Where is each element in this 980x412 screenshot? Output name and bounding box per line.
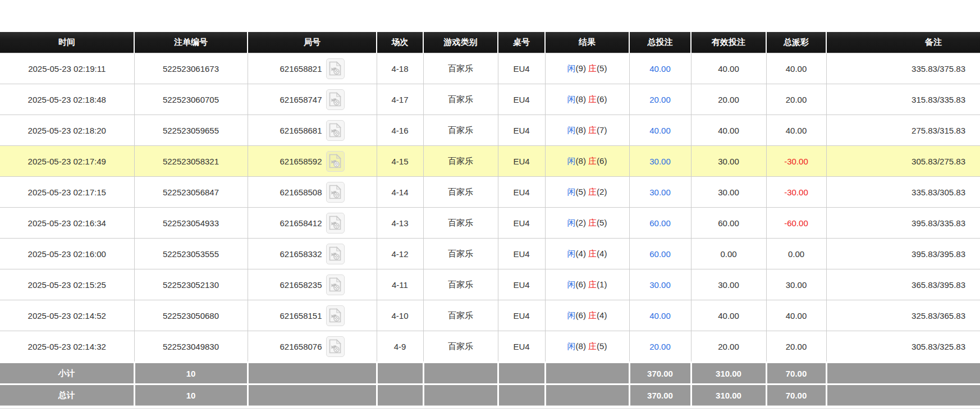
time-cell: 2025-05-23 02:16:34 (0, 208, 134, 239)
time-cell: 2025-05-23 02:14:52 (0, 300, 134, 331)
round-no-cell: 621658592 (248, 146, 377, 177)
remark-cell: 365.83/395.83 (826, 269, 980, 300)
subtotal-empty-table (498, 363, 545, 384)
game-type-cell: 百家乐 (423, 177, 498, 208)
payout-cell: 20.00 (766, 331, 826, 363)
banker-label: 庄 (588, 156, 597, 166)
player-label: 闲 (567, 125, 576, 135)
total-bet-cell[interactable]: 40.00 (629, 300, 691, 331)
banker-label: 庄 (588, 94, 597, 104)
grand-total-empty-round (248, 384, 377, 406)
bet-no-cell: 522523050680 (134, 300, 248, 331)
table-no-cell: EU4 (498, 269, 545, 300)
video-button[interactable] (326, 305, 345, 326)
video-button[interactable] (326, 120, 345, 141)
result-cell: 闲(6) 庄(1) (545, 269, 629, 300)
grand-total-empty-table (498, 384, 545, 406)
remark-cell: 315.83/335.83 (826, 84, 980, 115)
remark-cell: 395.83/335.83 (826, 208, 980, 239)
bet-no-cell: 522523054933 (134, 208, 248, 239)
remark-cell: 335.83/305.83 (826, 177, 980, 208)
grand-total-empty-remark (826, 384, 980, 406)
total-bet-cell[interactable]: 20.00 (629, 84, 691, 115)
table-row: 2025-05-23 02:18:48522523060705621658747… (0, 84, 980, 115)
round-no: 621658412 (280, 218, 322, 228)
player-label: 闲 (567, 63, 576, 73)
video-button[interactable] (326, 182, 345, 203)
grand-total-empty-session (377, 384, 423, 406)
bet-no-cell: 522523052130 (134, 269, 248, 300)
video-button[interactable] (326, 151, 345, 172)
bet-no-cell: 522523049830 (134, 331, 248, 363)
col-header-time: 时间 (0, 32, 134, 53)
session-cell: 4-11 (377, 269, 423, 300)
time-cell: 2025-05-23 02:17:15 (0, 177, 134, 208)
table-row: 2025-05-23 02:18:20522523059655621658681… (0, 115, 980, 146)
session-cell: 4-13 (377, 208, 423, 239)
video-button[interactable] (326, 89, 345, 110)
bet-no-cell: 522523059655 (134, 115, 248, 146)
video-file-icon (329, 246, 341, 261)
video-button[interactable] (326, 244, 345, 264)
player-label: 闲 (567, 218, 576, 227)
round-no: 621658592 (280, 157, 322, 166)
player-label: 闲 (567, 187, 576, 196)
subtotal-empty-session (377, 363, 423, 384)
result-cell: 闲(2) 庄(5) (545, 208, 629, 239)
video-button[interactable] (326, 213, 345, 234)
grand-total-label: 总计 (0, 384, 134, 406)
remark-cell: 305.83/325.83 (826, 331, 980, 363)
bet-no-cell: 522523053555 (134, 239, 248, 269)
table-row: 2025-05-23 02:19:11522523061673621658821… (0, 53, 980, 84)
col-header-session: 场次 (377, 32, 423, 53)
video-file-icon (329, 61, 341, 76)
video-file-icon (329, 339, 341, 354)
banker-label: 庄 (588, 310, 597, 320)
table-row: 2025-05-23 02:14:52522523050680621658151… (0, 300, 980, 331)
col-header-remark: 备注 (826, 32, 980, 53)
session-cell: 4-18 (377, 53, 423, 84)
round-no: 621658151 (280, 311, 322, 321)
video-button[interactable] (326, 58, 345, 79)
result-cell: 闲(8) 庄(5) (545, 331, 629, 363)
payout-cell: 0.00 (766, 239, 826, 269)
total-bet-cell[interactable]: 40.00 (629, 115, 691, 146)
grand-total-row: 总计 10 370.00 310.00 70.00 (0, 384, 980, 406)
round-no: 621658821 (280, 64, 322, 74)
round-no-cell: 621658151 (248, 300, 377, 331)
table-row: 2025-05-23 02:16:34522523054933621658412… (0, 208, 980, 239)
game-type-cell: 百家乐 (423, 300, 498, 331)
result-cell: 闲(9) 庄(5) (545, 53, 629, 84)
total-bet-cell[interactable]: 20.00 (629, 331, 691, 363)
table-row: 2025-05-23 02:14:32522523049830621658076… (0, 331, 980, 363)
table-no-cell: EU4 (498, 239, 545, 269)
result-cell: 闲(8) 庄(6) (545, 146, 629, 177)
subtotal-empty-remark (826, 363, 980, 384)
valid-bet-cell: 30.00 (691, 269, 766, 300)
valid-bet-cell: 40.00 (691, 53, 766, 84)
valid-bet-cell: 40.00 (691, 115, 766, 146)
video-button[interactable] (326, 274, 345, 295)
round-no-cell: 621658747 (248, 84, 377, 115)
table-body: 2025-05-23 02:19:11522523061673621658821… (0, 53, 980, 363)
table-no-cell: EU4 (498, 331, 545, 363)
payout-cell: 40.00 (766, 115, 826, 146)
result-cell: 闲(8) 庄(6) (545, 84, 629, 115)
session-cell: 4-10 (377, 300, 423, 331)
video-file-icon (329, 92, 341, 107)
total-bet-cell[interactable]: 60.00 (629, 239, 691, 269)
total-bet-cell[interactable]: 30.00 (629, 177, 691, 208)
subtotal-empty-round (248, 363, 377, 384)
round-no-cell: 621658076 (248, 331, 377, 363)
col-header-game-type: 游戏类别 (423, 32, 498, 53)
total-bet-cell[interactable]: 30.00 (629, 269, 691, 300)
total-bet-cell[interactable]: 30.00 (629, 146, 691, 177)
session-cell: 4-17 (377, 84, 423, 115)
col-header-result: 结果 (545, 32, 629, 53)
time-cell: 2025-05-23 02:18:48 (0, 84, 134, 115)
total-bet-cell[interactable]: 60.00 (629, 208, 691, 239)
video-button[interactable] (326, 336, 345, 357)
table-no-cell: EU4 (498, 177, 545, 208)
game-type-cell: 百家乐 (423, 331, 498, 363)
total-bet-cell[interactable]: 40.00 (629, 53, 691, 84)
